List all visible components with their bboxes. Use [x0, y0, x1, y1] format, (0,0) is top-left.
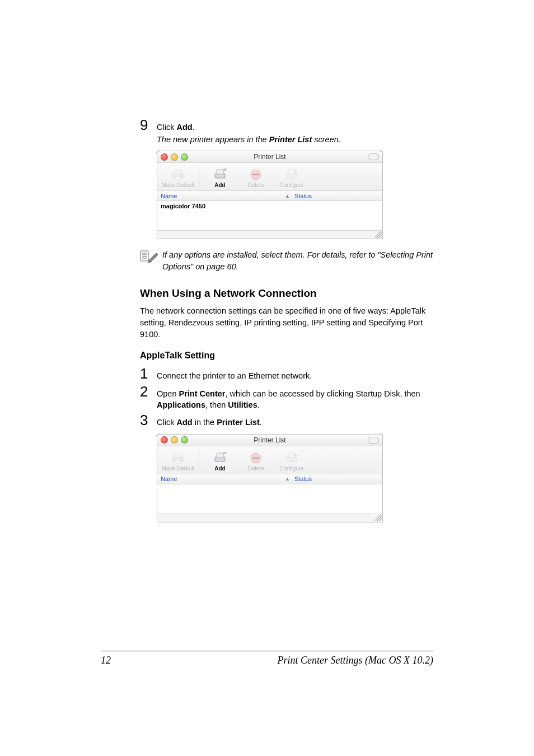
text: , then [205, 400, 228, 409]
configure-button: ⚙ Configure [274, 448, 309, 472]
step-number-1: 1 [140, 366, 157, 381]
toolbar-label: Delete [248, 182, 264, 188]
toolbar-label: Add [214, 182, 225, 188]
note-text: If any options are installed, select the… [162, 249, 433, 273]
note-icon [140, 249, 162, 263]
step-number-9: 9 [140, 118, 157, 132]
text-bold: Add [176, 123, 192, 132]
svg-text:⚙: ⚙ [294, 170, 297, 174]
configure-button: ⚙ Configure [274, 165, 309, 188]
svg-rect-18 [175, 453, 181, 458]
text-bold: Add [176, 418, 192, 427]
toolbar-label: Add [214, 465, 225, 472]
text: . [257, 400, 260, 409]
svg-rect-4 [217, 170, 223, 174]
toolbar-label: Make Default [162, 465, 195, 472]
sort-indicator-icon: ▲ [285, 476, 290, 482]
table-header[interactable]: Name ▲ Status [157, 474, 382, 484]
page-footer: 12 Print Center Settings (Mac OS X 10.2) [101, 651, 433, 666]
printer-list-window-1: Printer List Make Default Add [157, 151, 383, 239]
table-row[interactable]: magicolor 7450 [157, 201, 382, 211]
text: . [193, 123, 195, 132]
printer-icon [170, 168, 186, 181]
column-name[interactable]: Name [161, 193, 285, 199]
add-button[interactable]: Add [203, 165, 237, 188]
printer-add-icon [212, 168, 228, 181]
text: , which can be accessed by clicking Star… [226, 389, 420, 398]
sort-indicator-icon: ▲ [285, 193, 290, 199]
svg-rect-19 [175, 460, 181, 463]
step-number-3: 3 [140, 413, 157, 427]
heading-network-connection: When Using a Network Connection [140, 287, 433, 300]
text: . [260, 418, 262, 427]
configure-icon: ⚙ [284, 168, 299, 181]
text: Click [157, 418, 176, 427]
toolbar-label: Configure [279, 182, 303, 188]
svg-rect-21 [217, 453, 223, 458]
printer-list-window-2: Printer List Make Default Add [157, 434, 383, 522]
column-status[interactable]: Status [294, 475, 379, 482]
text-bold: Printer List [269, 135, 312, 144]
text: Click [157, 123, 176, 132]
toolbar-label: Make Default [162, 182, 195, 188]
text: in the [193, 418, 217, 427]
make-default-button: Make Default [161, 165, 195, 188]
step-number-2: 2 [140, 384, 157, 399]
add-button[interactable]: Add [203, 448, 237, 472]
text-bold: Utilities [228, 400, 257, 409]
configure-icon: ⚙ [284, 451, 299, 465]
column-status[interactable]: Status [294, 193, 379, 199]
window-title: Printer List [157, 436, 382, 444]
toolbar-label: Configure [279, 465, 303, 472]
step-1-text: Connect the printer to an Ethernet netwo… [157, 370, 433, 381]
delete-button: Delete [238, 165, 273, 188]
delete-button: Delete [238, 448, 273, 472]
column-name[interactable]: Name [161, 475, 285, 482]
heading-appletalk: AppleTalk Setting [140, 351, 433, 361]
footer-title: Print Center Settings (Mac OS X 10.2) [278, 655, 433, 666]
svg-rect-1 [175, 170, 181, 174]
svg-text:⚙: ⚙ [294, 453, 297, 457]
text: screen. [312, 135, 341, 144]
make-default-button: Make Default [161, 448, 195, 472]
resize-handle-icon[interactable] [375, 231, 382, 238]
paragraph: The network connection settings can be s… [140, 305, 433, 340]
printer-icon [170, 451, 186, 465]
text: Open [157, 389, 179, 398]
step-2-text: Open Print Center, which can be accessed… [157, 388, 433, 411]
table-header[interactable]: Name ▲ Status [157, 191, 382, 201]
text-bold: Print Center [179, 389, 226, 398]
svg-rect-2 [175, 177, 181, 180]
resize-handle-icon[interactable] [375, 515, 382, 521]
step-3-text: Click Add in the Printer List. [157, 417, 433, 428]
text: The new printer appears in the [157, 135, 269, 144]
toolbar-label: Delete [248, 465, 264, 472]
svg-rect-12 [140, 251, 148, 261]
delete-icon [248, 168, 264, 181]
page-number: 12 [101, 655, 111, 666]
delete-icon [248, 451, 264, 465]
text-bold: Applications [157, 400, 205, 409]
printer-add-icon [212, 451, 228, 465]
window-title: Printer List [157, 153, 382, 161]
step-9-text: Click Add. [157, 122, 433, 133]
step-9-italic: The new printer appears in the Printer L… [157, 135, 433, 144]
text-bold: Printer List [217, 418, 260, 427]
